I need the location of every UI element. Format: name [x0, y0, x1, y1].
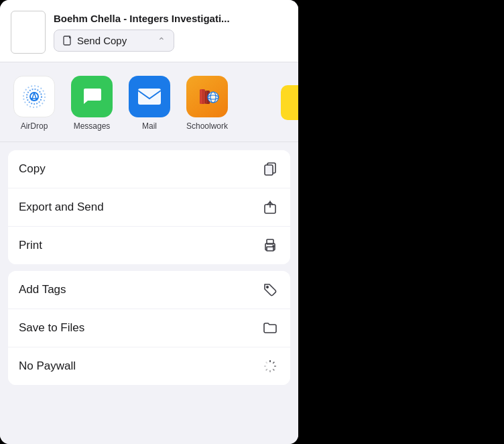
doc-icon	[62, 36, 73, 46]
export-send-menu-item[interactable]: Export and Send	[8, 188, 290, 227]
print-menu-item[interactable]: Print	[8, 227, 290, 264]
copy-menu-item[interactable]: Copy	[8, 150, 290, 188]
apps-row-wrapper: AirDrop Messages Mail	[0, 62, 298, 142]
apps-row: AirDrop Messages Mail	[0, 62, 298, 142]
loader-icon	[261, 357, 279, 376]
svg-line-25	[273, 362, 274, 364]
save-to-files-menu-item[interactable]: Save to Files	[8, 309, 290, 347]
svg-point-2	[27, 89, 42, 104]
messages-label: Messages	[74, 121, 111, 131]
doc-title: Boehm Chella - Integers Investigati...	[54, 13, 288, 24]
no-paywall-menu-item[interactable]: No Paywall	[8, 347, 290, 385]
app-item-airdrop[interactable]: AirDrop	[11, 76, 58, 131]
airdrop-icon	[13, 76, 55, 117]
svg-line-31	[266, 362, 267, 364]
svg-line-29	[266, 369, 267, 370]
menu-section-2: Add Tags Save to Files No Paywall	[8, 271, 290, 385]
airdrop-svg	[21, 83, 48, 110]
svg-rect-7	[138, 89, 161, 105]
doc-thumbnail	[11, 11, 46, 54]
svg-point-22	[273, 245, 274, 247]
menu-section-1: Copy Export and Send Print	[8, 150, 290, 264]
add-tags-menu-item[interactable]: Add Tags	[8, 271, 290, 309]
schoolwork-svg	[193, 82, 221, 111]
mail-svg	[137, 87, 162, 106]
export-icon	[261, 198, 279, 217]
share-header: Boehm Chella - Integers Investigati... S…	[0, 0, 298, 62]
print-icon	[261, 236, 279, 255]
save-to-files-label: Save to Files	[19, 321, 84, 335]
folder-icon	[261, 319, 279, 337]
add-tags-label: Add Tags	[19, 283, 66, 296]
mail-label: Mail	[142, 121, 157, 131]
copy-icon	[261, 160, 279, 178]
right-panel	[298, 0, 504, 444]
svg-rect-21	[267, 247, 273, 251]
svg-rect-9	[200, 89, 202, 104]
send-copy-left: Send Copy	[62, 35, 127, 46]
messages-svg	[80, 85, 104, 109]
tag-icon	[261, 280, 279, 299]
bottom-spacer	[0, 385, 298, 444]
airdrop-label: AirDrop	[21, 121, 48, 131]
app-item-messages[interactable]: Messages	[68, 76, 115, 131]
header-right: Boehm Chella - Integers Investigati... S…	[54, 13, 288, 52]
share-panel: Boehm Chella - Integers Investigati... S…	[0, 0, 298, 444]
svg-rect-11	[206, 91, 207, 104]
print-label: Print	[19, 239, 42, 252]
send-copy-label: Send Copy	[77, 35, 127, 46]
svg-rect-17	[265, 165, 273, 175]
svg-point-23	[267, 286, 268, 288]
send-copy-button[interactable]: Send Copy ⌃	[54, 30, 174, 52]
export-send-label: Export and Send	[19, 201, 104, 214]
svg-line-27	[273, 369, 274, 370]
app-item-schoolwork[interactable]: Schoolwork	[184, 76, 231, 131]
copy-label: Copy	[19, 162, 46, 176]
mail-icon	[129, 76, 170, 117]
schoolwork-label: Schoolwork	[186, 121, 228, 131]
app-item-mail[interactable]: Mail	[126, 76, 173, 131]
no-paywall-label: No Paywall	[19, 359, 76, 373]
schoolwork-icon	[186, 76, 228, 117]
messages-icon	[71, 76, 113, 117]
chevron-icon: ⌃	[158, 36, 166, 46]
